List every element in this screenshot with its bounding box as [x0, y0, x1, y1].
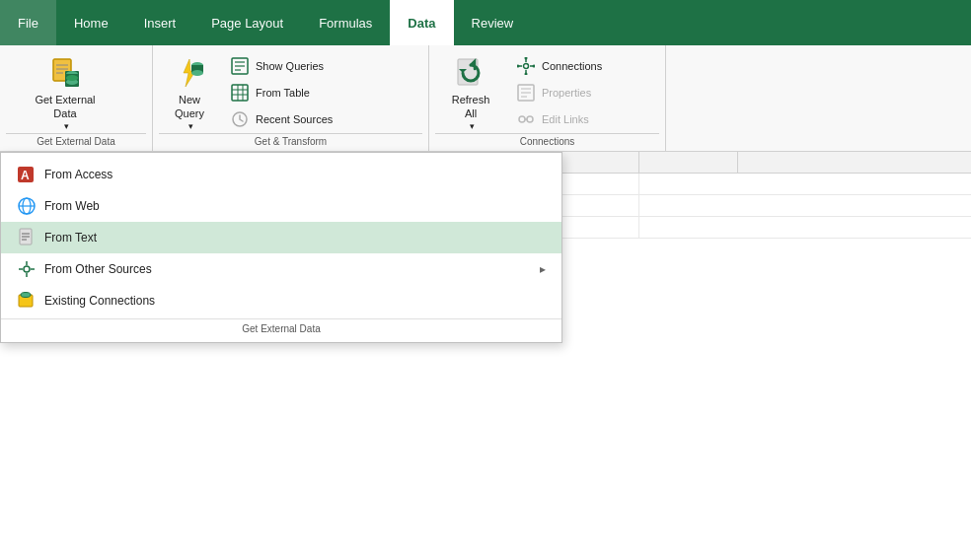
ribbon-group-get-external-data: Get ExternalData ▾ Get External Data — [0, 45, 153, 151]
ribbon-small-group-get-transform: Show Queries From Table — [222, 49, 422, 132]
svg-point-34 — [533, 65, 536, 68]
refresh-all-caret: ▾ — [470, 121, 475, 133]
recent-sources-label: Recent Sources — [256, 113, 333, 125]
menu-home[interactable]: Home — [56, 0, 126, 45]
refresh-all-label: RefreshAll — [452, 93, 490, 121]
from-web-item[interactable]: From Web — [1, 190, 561, 222]
new-query-icon — [172, 55, 207, 91]
from-access-item[interactable]: A From Access — [1, 159, 561, 190]
from-text-icon — [17, 228, 37, 247]
ribbon-group-get-transform: NewQuery ▾ Show Queries — [153, 45, 429, 151]
existing-connections-icon — [17, 291, 37, 311]
recent-sources-icon — [230, 109, 250, 129]
get-external-data-dropdown: A From Access From Web — [0, 152, 562, 343]
svg-rect-40 — [527, 116, 533, 122]
recent-sources-button[interactable]: Recent Sources — [222, 106, 422, 132]
new-query-button[interactable]: NewQuery ▾ — [159, 49, 220, 126]
connections-label: Connections — [542, 60, 602, 72]
show-queries-label: Show Queries — [256, 60, 324, 72]
edit-links-button[interactable]: Edit Links — [508, 106, 659, 132]
connections-icon — [516, 56, 536, 76]
svg-point-32 — [525, 73, 528, 76]
svg-point-26 — [524, 64, 529, 69]
new-query-label: NewQuery — [175, 93, 204, 121]
get-external-data-icon — [47, 55, 83, 91]
ribbon-small-group-connections: Connections Properties — [508, 49, 659, 132]
menu-data[interactable]: Data — [390, 0, 453, 45]
from-other-sources-icon — [17, 259, 37, 279]
refresh-all-button[interactable]: RefreshAll ▾ — [435, 49, 506, 126]
from-text-item[interactable]: From Text — [1, 222, 561, 253]
ribbon-group-connections: RefreshAll ▾ — [429, 45, 666, 151]
get-external-data-caret: ▾ — [64, 121, 69, 133]
from-other-sources-label: From Other Sources — [44, 262, 152, 276]
show-queries-button[interactable]: Show Queries — [222, 53, 422, 79]
svg-point-9 — [66, 75, 78, 81]
ribbon-group-label-connections: Connections — [435, 133, 659, 151]
menu-page-layout[interactable]: Page Layout — [193, 0, 301, 45]
svg-text:A: A — [21, 169, 30, 182]
from-text-label: From Text — [44, 231, 97, 245]
connections-button[interactable]: Connections — [508, 53, 659, 79]
properties-icon — [516, 83, 536, 103]
from-web-icon — [17, 196, 37, 216]
existing-connections-label: Existing Connections — [44, 294, 155, 308]
from-access-label: From Access — [44, 168, 112, 181]
from-other-sources-item[interactable]: From Other Sources ▸ — [1, 253, 561, 285]
from-table-icon — [230, 83, 250, 103]
from-web-label: From Web — [44, 199, 100, 213]
ribbon-items-get-external-data: Get ExternalData ▾ — [6, 49, 146, 133]
dropdown-group-label: Get External Data — [1, 318, 561, 336]
svg-point-33 — [517, 65, 520, 68]
ribbon-group-label-get-transform: Get & Transform — [159, 133, 422, 151]
properties-label: Properties — [542, 87, 591, 99]
refresh-all-icon — [453, 55, 488, 91]
from-table-label: From Table — [256, 87, 310, 99]
ribbon: Get ExternalData ▾ Get External Data — [0, 45, 971, 152]
svg-point-57 — [21, 293, 31, 298]
menu-insert[interactable]: Insert — [126, 0, 194, 45]
svg-rect-39 — [519, 116, 525, 122]
svg-rect-18 — [232, 85, 248, 101]
ribbon-items-get-transform: NewQuery ▾ Show Queries — [159, 49, 422, 133]
ribbon-group-label-get-external: Get External Data — [6, 133, 146, 151]
ribbon-items-connections: RefreshAll ▾ — [435, 49, 659, 133]
menu-formulas[interactable]: Formulas — [301, 0, 390, 45]
col-header-extra4[interactable] — [639, 152, 738, 173]
menu-review[interactable]: Review — [454, 0, 532, 45]
properties-button[interactable]: Properties — [508, 80, 659, 105]
from-table-button[interactable]: From Table — [222, 80, 422, 105]
get-external-data-button[interactable]: Get ExternalData ▾ — [6, 49, 124, 126]
svg-point-31 — [525, 57, 528, 60]
svg-point-51 — [24, 266, 30, 272]
svg-point-13 — [191, 70, 203, 76]
menu-bar: File Home Insert Page Layout Formulas Da… — [0, 0, 971, 45]
existing-connections-item[interactable]: Existing Connections — [1, 285, 561, 316]
show-queries-icon — [230, 56, 250, 76]
new-query-caret: ▾ — [188, 121, 193, 133]
get-external-data-label: Get ExternalData — [35, 93, 95, 121]
from-access-icon: A — [17, 165, 37, 184]
edit-links-icon — [516, 109, 536, 129]
edit-links-label: Edit Links — [542, 113, 589, 125]
menu-file[interactable]: File — [0, 0, 56, 45]
from-other-sources-caret: ▸ — [540, 262, 546, 276]
